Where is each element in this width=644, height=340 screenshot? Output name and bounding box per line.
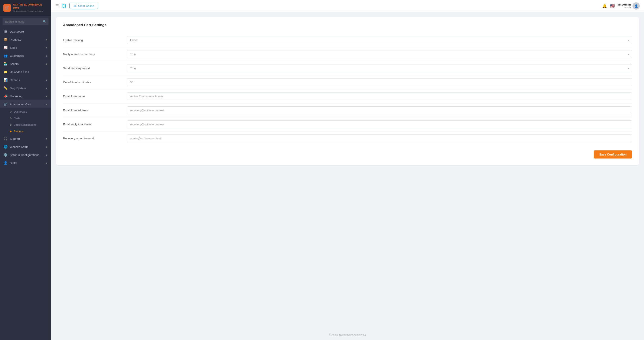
files-icon: 📁 (4, 70, 8, 74)
footer: © Active Ecommerce Admin v8.2 (51, 329, 644, 340)
input-email-reply-to[interactable] (127, 120, 632, 128)
form-row-email-from-name: Email from name (63, 89, 632, 103)
cache-icon: 🖥 (74, 4, 76, 7)
search-box[interactable]: 🔍 (2, 18, 48, 25)
blog-icon: ✏️ (4, 86, 8, 90)
reports-icon: 📊 (4, 78, 8, 82)
dot-icon (10, 117, 12, 119)
dashboard-icon: ⊞ (4, 29, 8, 33)
chevron-down-icon: ▲ (45, 54, 48, 57)
dot-icon (10, 124, 12, 126)
control-notify-admin: TrueFalse▾ (127, 50, 632, 58)
sidebar-item-support[interactable]: 🎧Support ▼ (0, 135, 51, 143)
sidebar-sub-item-settings[interactable]: Settings (0, 128, 51, 135)
sidebar-item-products[interactable]: 📦Products ▲ (0, 35, 51, 44)
chevron-down-icon: ▲ (45, 38, 48, 41)
logo-icon: 🛒 (4, 4, 11, 12)
user-info[interactable]: Mr. Admin admin 👤 (618, 2, 640, 9)
chevron-down-icon: ▲ (45, 162, 48, 164)
sidebar-item-staffs[interactable]: 👤Staffs ▲ (0, 159, 51, 167)
topbar: ☰ 🌐 🖥 Clear Cache 🔔 🇺🇸 Mr. Admin admin 👤 (51, 0, 644, 12)
sidebar-item-setup-configurations[interactable]: ⚙️Setup & Configurations ▲ (0, 151, 51, 159)
sidebar-item-marketing[interactable]: 📣Marketing ▲ (0, 92, 51, 100)
chevron-down-icon: ▲ (45, 87, 48, 89)
sellers-icon: 🏪 (4, 62, 8, 66)
control-email-reply-to (127, 120, 632, 128)
sidebar-sub-item-email-notifications[interactable]: Email Notifications (0, 121, 51, 128)
select-notify-admin[interactable]: TrueFalse (127, 50, 632, 58)
bell-icon[interactable]: 🔔 (602, 3, 607, 8)
sidebar-sub-item-dashboard[interactable]: Dashboard (0, 108, 51, 115)
active-dot-icon (10, 131, 12, 132)
control-email-from-name (127, 92, 632, 100)
marketing-icon: 📣 (4, 94, 8, 98)
logo: 🛒 ACTIVE ECOMMERCE CMS BEST RATED ECOMME… (0, 0, 51, 16)
website-icon: 🌐 (4, 145, 8, 149)
label-email-from-address: Email from address (63, 109, 127, 112)
chevron-down-icon: ▲ (45, 95, 48, 97)
user-role: admin (618, 6, 631, 9)
sidebar-item-dashboard[interactable]: ⊞Dashboard (0, 27, 51, 35)
control-enable-tracking: FalseTrue▾ (127, 36, 632, 44)
label-recovery-report-email: Recovery report to email (63, 137, 127, 140)
support-icon: 🎧 (4, 137, 8, 141)
clear-cache-button[interactable]: 🖥 Clear Cache (70, 3, 98, 9)
select-enable-tracking[interactable]: FalseTrue (127, 36, 632, 44)
sidebar-item-uploaded-files[interactable]: 📁Uploaded Files (0, 68, 51, 76)
sidebar: 🛒 ACTIVE ECOMMERCE CMS BEST RATED ECOMME… (0, 0, 51, 340)
select-send-recovery-report[interactable]: TrueFalse (127, 64, 632, 72)
sales-icon: 📈 (4, 46, 8, 49)
sidebar-item-sales[interactable]: 📈Sales ▼ (0, 44, 51, 52)
form-row-recovery-report-email: Recovery report to email (63, 131, 632, 145)
chevron-down-icon: ▼ (45, 137, 48, 140)
main-area: ☰ 🌐 🖥 Clear Cache 🔔 🇺🇸 Mr. Admin admin 👤… (51, 0, 644, 340)
sidebar-item-website-setup[interactable]: 🌐Website Setup ▲ (0, 143, 51, 151)
form-row-enable-tracking: Enable trackingFalseTrue▾ (63, 33, 632, 47)
input-email-from-address[interactable] (127, 106, 632, 114)
setup-icon: ⚙️ (4, 153, 8, 157)
label-enable-tracking: Enable tracking (63, 38, 127, 42)
label-notify-admin: Notify admin on recovery (63, 52, 127, 56)
label-cut-off-time: Cut of time in minutes (63, 81, 127, 84)
label-email-from-name: Email from name (63, 95, 127, 98)
user-name: Mr. Admin (618, 3, 631, 6)
chevron-up-icon: ▲ (45, 103, 48, 105)
search-icon: 🔍 (43, 20, 46, 23)
form-row-send-recovery-report: Send recovery reportTrueFalse▾ (63, 61, 632, 75)
chevron-down-icon: ▼ (45, 46, 48, 49)
save-configuration-button[interactable]: Save Configuration (594, 150, 632, 159)
hamburger-menu-icon[interactable]: ☰ (55, 3, 59, 8)
avatar: 👤 (632, 2, 640, 9)
sidebar-sub-item-carts[interactable]: Carts (0, 115, 51, 121)
form-row-email-from-address: Email from address (63, 103, 632, 117)
flag-icon[interactable]: 🇺🇸 (610, 3, 614, 8)
form-row-email-reply-to: Email reply to address (63, 117, 632, 131)
brand-tagline: BEST RATED ECOMMERCE ITEM (13, 10, 48, 13)
brand-name: ACTIVE ECOMMERCE CMS (13, 3, 48, 10)
control-cut-off-time (127, 78, 632, 86)
settings-card: Abandoned Cart Settings Enable trackingF… (56, 17, 639, 165)
label-email-reply-to: Email reply to address (63, 123, 127, 126)
chevron-down-icon: ▲ (45, 62, 48, 65)
search-input[interactable] (2, 18, 48, 25)
customers-icon: 👥 (4, 54, 8, 58)
abandoned-cart-icon: 🛒 (4, 102, 8, 106)
page-title: Abandoned Cart Settings (63, 23, 632, 27)
control-send-recovery-report: TrueFalse▾ (127, 64, 632, 72)
label-send-recovery-report: Send recovery report (63, 67, 127, 70)
sidebar-item-blog-system[interactable]: ✏️Blog System ▲ (0, 84, 51, 92)
sidebar-item-sellers[interactable]: 🏪Sellers ▲ (0, 60, 51, 68)
content-area: Abandoned Cart Settings Enable trackingF… (51, 12, 644, 329)
chevron-down-icon: ▲ (45, 146, 48, 148)
sidebar-item-reports[interactable]: 📊Reports ▲ (0, 76, 51, 84)
products-icon: 📦 (4, 38, 8, 41)
dot-icon (10, 111, 12, 113)
input-recovery-report-email[interactable] (127, 134, 632, 142)
input-cut-off-time[interactable] (127, 78, 632, 86)
globe-icon[interactable]: 🌐 (62, 3, 66, 8)
input-email-from-name[interactable] (127, 92, 632, 100)
sidebar-item-abandoned-cart[interactable]: 🛒Abandoned Cart ▲ (0, 100, 51, 108)
sidebar-item-customers[interactable]: 👥Customers ▲ (0, 52, 51, 60)
staffs-icon: 👤 (4, 161, 8, 165)
form-row-cut-off-time: Cut of time in minutes (63, 75, 632, 89)
